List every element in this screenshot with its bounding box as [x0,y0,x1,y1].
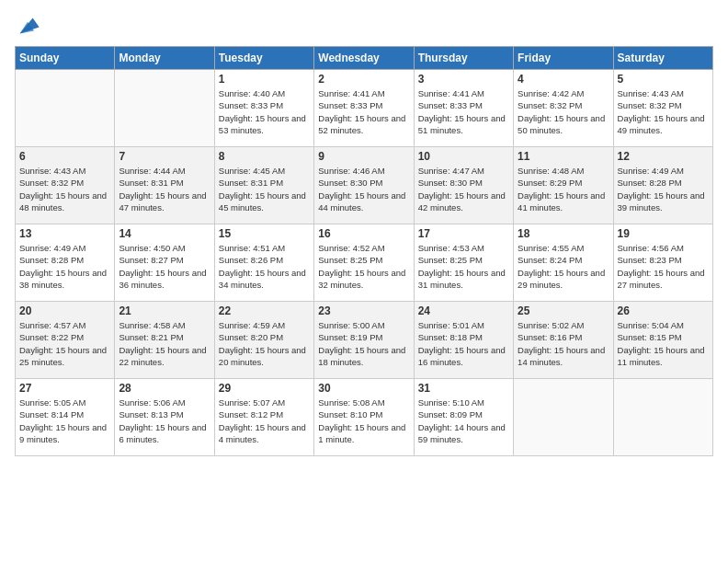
calendar-week-row: 6Sunrise: 4:43 AMSunset: 8:32 PMDaylight… [16,147,713,224]
day-info: Sunrise: 4:59 AMSunset: 8:20 PMDaylight:… [219,319,310,368]
calendar-cell: 17Sunrise: 4:53 AMSunset: 8:25 PMDayligh… [414,224,513,302]
calendar-cell: 25Sunrise: 5:02 AMSunset: 8:16 PMDayligh… [514,302,613,379]
weekday-header-row: SundayMondayTuesdayWednesdayThursdayFrid… [16,47,713,70]
day-info: Sunrise: 5:06 AMSunset: 8:13 PMDaylight:… [119,396,210,445]
day-number: 3 [418,73,509,86]
day-info: Sunrise: 4:41 AMSunset: 8:33 PMDaylight:… [318,87,409,136]
day-number: 24 [418,304,509,317]
calendar-cell: 14Sunrise: 4:50 AMSunset: 8:27 PMDayligh… [115,224,214,302]
day-number: 16 [318,227,409,240]
day-info: Sunrise: 4:49 AMSunset: 8:28 PMDaylight:… [19,242,110,291]
calendar-cell: 23Sunrise: 5:00 AMSunset: 8:19 PMDayligh… [314,302,414,379]
calendar-week-row: 1Sunrise: 4:40 AMSunset: 8:33 PMDaylight… [16,70,713,147]
day-number: 5 [618,73,709,86]
day-number: 11 [518,150,609,163]
weekday-header-saturday: Saturday [613,47,712,70]
weekday-header-thursday: Thursday [414,47,513,70]
day-number: 29 [219,382,310,395]
calendar: SundayMondayTuesdayWednesdayThursdayFrid… [15,46,713,456]
day-number: 21 [119,304,210,317]
day-number: 6 [19,150,110,163]
calendar-cell [115,70,214,147]
logo [15,13,42,39]
calendar-cell: 5Sunrise: 4:43 AMSunset: 8:32 PMDaylight… [613,70,712,147]
calendar-cell: 30Sunrise: 5:08 AMSunset: 8:10 PMDayligh… [314,379,414,456]
calendar-cell: 21Sunrise: 4:58 AMSunset: 8:21 PMDayligh… [115,302,214,379]
day-info: Sunrise: 4:51 AMSunset: 8:26 PMDaylight:… [219,242,310,291]
header [15,9,713,39]
day-info: Sunrise: 4:50 AMSunset: 8:27 PMDaylight:… [119,242,210,291]
day-info: Sunrise: 4:43 AMSunset: 8:32 PMDaylight:… [618,87,709,136]
day-number: 4 [518,73,609,86]
calendar-cell: 6Sunrise: 4:43 AMSunset: 8:32 PMDaylight… [16,147,115,224]
day-info: Sunrise: 5:08 AMSunset: 8:10 PMDaylight:… [318,396,409,445]
calendar-cell: 24Sunrise: 5:01 AMSunset: 8:18 PMDayligh… [414,302,513,379]
calendar-cell: 10Sunrise: 4:47 AMSunset: 8:30 PMDayligh… [414,147,513,224]
calendar-week-row: 27Sunrise: 5:05 AMSunset: 8:14 PMDayligh… [16,379,713,456]
calendar-cell: 29Sunrise: 5:07 AMSunset: 8:12 PMDayligh… [214,379,313,456]
day-info: Sunrise: 4:46 AMSunset: 8:30 PMDaylight:… [318,165,409,213]
calendar-cell: 7Sunrise: 4:44 AMSunset: 8:31 PMDaylight… [115,147,214,224]
page: SundayMondayTuesdayWednesdayThursdayFrid… [0,0,728,563]
calendar-cell [613,379,712,456]
logo-icon [15,13,40,39]
day-info: Sunrise: 4:42 AMSunset: 8:32 PMDaylight:… [518,87,609,136]
day-info: Sunrise: 4:47 AMSunset: 8:30 PMDaylight:… [418,165,509,213]
day-info: Sunrise: 4:56 AMSunset: 8:23 PMDaylight:… [618,242,709,291]
calendar-cell: 8Sunrise: 4:45 AMSunset: 8:31 PMDaylight… [214,147,313,224]
calendar-cell [16,70,115,147]
calendar-cell: 27Sunrise: 5:05 AMSunset: 8:14 PMDayligh… [16,379,115,456]
calendar-cell: 22Sunrise: 4:59 AMSunset: 8:20 PMDayligh… [214,302,313,379]
day-number: 9 [318,150,409,163]
day-number: 22 [219,304,310,317]
day-number: 1 [219,73,310,86]
day-number: 30 [318,382,409,395]
day-number: 15 [219,227,310,240]
weekday-header-wednesday: Wednesday [314,47,414,70]
calendar-week-row: 13Sunrise: 4:49 AMSunset: 8:28 PMDayligh… [16,224,713,302]
weekday-header-tuesday: Tuesday [214,47,313,70]
day-number: 17 [418,227,509,240]
calendar-cell: 11Sunrise: 4:48 AMSunset: 8:29 PMDayligh… [514,147,613,224]
day-info: Sunrise: 4:53 AMSunset: 8:25 PMDaylight:… [418,242,509,291]
day-number: 19 [618,227,709,240]
day-number: 20 [19,304,110,317]
calendar-cell: 13Sunrise: 4:49 AMSunset: 8:28 PMDayligh… [16,224,115,302]
weekday-header-monday: Monday [115,47,214,70]
day-info: Sunrise: 5:07 AMSunset: 8:12 PMDaylight:… [219,396,310,445]
day-number: 14 [119,227,210,240]
calendar-cell [514,379,613,456]
day-info: Sunrise: 4:49 AMSunset: 8:28 PMDaylight:… [618,165,709,213]
day-info: Sunrise: 4:44 AMSunset: 8:31 PMDaylight:… [119,165,210,213]
day-info: Sunrise: 5:02 AMSunset: 8:16 PMDaylight:… [518,319,609,368]
day-info: Sunrise: 4:55 AMSunset: 8:24 PMDaylight:… [518,242,609,291]
day-info: Sunrise: 4:45 AMSunset: 8:31 PMDaylight:… [219,165,310,213]
day-number: 23 [318,304,409,317]
day-info: Sunrise: 4:57 AMSunset: 8:22 PMDaylight:… [19,319,110,368]
day-number: 18 [518,227,609,240]
day-info: Sunrise: 5:04 AMSunset: 8:15 PMDaylight:… [618,319,709,368]
calendar-cell: 2Sunrise: 4:41 AMSunset: 8:33 PMDaylight… [314,70,414,147]
day-info: Sunrise: 5:10 AMSunset: 8:09 PMDaylight:… [418,396,509,445]
day-number: 27 [19,382,110,395]
day-info: Sunrise: 5:00 AMSunset: 8:19 PMDaylight:… [318,319,409,368]
day-number: 28 [119,382,210,395]
day-number: 12 [618,150,709,163]
day-info: Sunrise: 4:41 AMSunset: 8:33 PMDaylight:… [418,87,509,136]
calendar-cell: 20Sunrise: 4:57 AMSunset: 8:22 PMDayligh… [16,302,115,379]
calendar-cell: 18Sunrise: 4:55 AMSunset: 8:24 PMDayligh… [514,224,613,302]
day-info: Sunrise: 4:58 AMSunset: 8:21 PMDaylight:… [119,319,210,368]
calendar-cell: 9Sunrise: 4:46 AMSunset: 8:30 PMDaylight… [314,147,414,224]
day-number: 2 [318,73,409,86]
calendar-cell: 16Sunrise: 4:52 AMSunset: 8:25 PMDayligh… [314,224,414,302]
calendar-cell: 19Sunrise: 4:56 AMSunset: 8:23 PMDayligh… [613,224,712,302]
calendar-cell: 26Sunrise: 5:04 AMSunset: 8:15 PMDayligh… [613,302,712,379]
day-info: Sunrise: 4:40 AMSunset: 8:33 PMDaylight:… [219,87,310,136]
day-info: Sunrise: 4:52 AMSunset: 8:25 PMDaylight:… [318,242,409,291]
day-number: 7 [119,150,210,163]
day-number: 13 [19,227,110,240]
day-info: Sunrise: 4:48 AMSunset: 8:29 PMDaylight:… [518,165,609,213]
calendar-cell: 3Sunrise: 4:41 AMSunset: 8:33 PMDaylight… [414,70,513,147]
day-number: 26 [618,304,709,317]
weekday-header-friday: Friday [514,47,613,70]
